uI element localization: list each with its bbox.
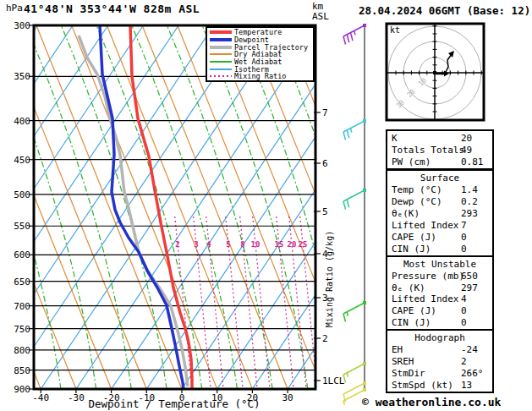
wet-adiabat-line [343,25,449,389]
legend-swatch-dry-adiabat [210,53,232,55]
temperature-tick-label: 30 [282,392,293,403]
dry-adiabat-line [0,25,76,389]
temperature-tick-label: -30 [68,392,85,403]
legend-swatch-mixing-ratio [210,75,232,77]
wind-barb-column [343,24,366,405]
pressure-tick-label: 600 [14,249,30,260]
wind-barb [343,24,366,45]
mixing-ratio-value-label: 2 [175,240,179,249]
hodograph: 102030kt [387,24,484,120]
mixing-ratio-value-label: 4 [206,240,211,249]
altitude-tick-label: 6 [322,158,328,169]
dry-adiabat-line [72,25,217,389]
pressure-tick-label: 850 [14,365,30,376]
mixing-ratio-value-label: 5 [226,240,230,249]
legend-swatch-temperature [210,30,232,34]
mixing-ratio-value-label: 3 [194,240,198,249]
pressure-tick-label: 650 [14,277,30,288]
credit-footer: © weatheronline.co.uk [362,396,501,408]
legend-swatch-dewpoint [210,38,232,41]
legend-swatch-wet-adiabat [210,61,232,63]
mixing-ratio-axis-label: Mixing Ratio (g/kg) [325,211,337,347]
mixing-ratio-labels: 2345810152025 [175,240,307,249]
wet-adiabat-line [379,25,485,389]
pressure-tick-label: 300 [14,20,30,31]
mixing-ratio-value-label: 10 [251,240,261,249]
dry-adiabat-line [36,25,182,389]
pressure-tick-label: 800 [14,345,30,356]
isotherm-line [0,25,73,389]
pressure-tick-label: 750 [14,324,30,335]
legend-swatch-parcel-trajectory [210,46,232,49]
altitude-tick-label: 1LCL [322,375,345,386]
pressure-tick-label: 550 [14,221,30,232]
pressure-tick-label: 900 [14,384,30,395]
chart-legend: TemperatureDewpointParcel TrajectoryDry … [206,26,315,82]
wind-barb [343,301,366,322]
temperature-tick-label: -40 [32,392,49,403]
legend-item: Mixing Ratio [210,73,313,80]
dry-adiabat-line [319,25,464,389]
mixing-ratio-value-label: 25 [299,240,308,249]
mixing-ratio-value-label: 15 [275,240,284,249]
wind-barb [343,189,366,210]
pressure-tick-label: 500 [14,189,30,200]
pressure-tick-label: 400 [14,116,30,127]
pressure-tick-label: 700 [14,301,30,312]
mixing-ratio-value-label: 20 [288,240,297,249]
pressure-tick-label: 450 [14,155,30,166]
wind-barb [343,362,366,383]
altitude-tick-label: 7 [322,107,328,118]
wet-adiabat-line [414,25,519,389]
wind-barb [343,119,366,140]
temperature-axis-title: Dewpoint / Temperature (°C) [88,397,260,410]
legend-swatch-isotherm [210,68,232,70]
pressure-tick-label: 350 [14,71,30,82]
mixing-ratio-value-label: 8 [240,240,244,249]
skewt-sounding-page: hPa 41°48'N 353°44'W 828m ASL km ASL 28.… [0,0,532,411]
hodograph-unit-label: kt [390,25,400,35]
legend-label: Mixing Ratio [234,72,286,80]
temperature-axis: -40-30-20-100102030Dewpoint / Temperatur… [32,389,293,410]
